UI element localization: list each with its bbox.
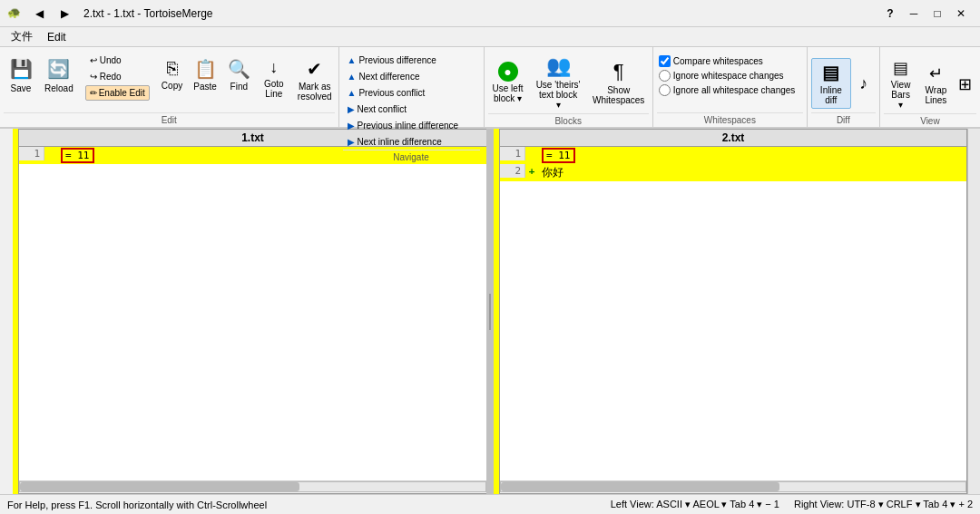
- next-diff-label: Next difference: [358, 72, 419, 82]
- next-inline-arrow: ▶: [348, 137, 355, 147]
- left-scrollbar-track[interactable]: [19, 481, 486, 492]
- wrap-lines-button[interactable]: ↵ WrapLines: [919, 60, 952, 109]
- right-vscrollbar[interactable]: [967, 129, 980, 494]
- prev-diff-button[interactable]: ▲ Previous difference: [343, 53, 464, 68]
- mark-resolved-button[interactable]: ✔ Mark asresolved: [293, 54, 337, 105]
- ignore-ws-changes-option[interactable]: Ignore whitespace changes: [657, 69, 798, 82]
- left-line-num-1: 1: [19, 147, 44, 160]
- status-bar: For Help, press F1. Scroll horizontally …: [0, 494, 980, 514]
- copy-button[interactable]: ⎘ Copy: [157, 54, 187, 94]
- reload-icon: 🔄: [46, 56, 72, 82]
- use-theirs-label: Use 'theirs'text block ▾: [536, 80, 581, 110]
- redo-button[interactable]: ↪ Redo: [85, 69, 150, 84]
- ribbon-group-view: ▤ ViewBars ▾ ↵ WrapLines ⊞ View: [880, 47, 980, 127]
- next-diff-button[interactable]: ▲ Next difference: [343, 69, 464, 84]
- blocks-group-label: Blocks: [488, 113, 649, 128]
- enable-edit-button[interactable]: ✏ Enable Edit: [85, 85, 150, 101]
- blocks-group-content: ● Use leftblock ▾ 👥 Use 'theirs'text blo…: [488, 51, 649, 113]
- right-line-indicator-1: = 11: [542, 148, 575, 163]
- wrap-lines-icon: ↵: [929, 63, 943, 83]
- copy-label: Copy: [162, 81, 182, 91]
- next-conflict-label: Next conflict: [358, 104, 407, 114]
- right-hscroll[interactable]: [500, 480, 966, 493]
- next-conflict-button[interactable]: ▶ Next conflict: [343, 102, 464, 117]
- copy-icon: ⎘: [167, 58, 178, 79]
- find-button[interactable]: 🔍 Find: [223, 54, 255, 95]
- undo-button[interactable]: ↩ Undo: [85, 53, 150, 68]
- view-extra-button[interactable]: ⊞: [954, 71, 976, 98]
- ignore-all-ws-option[interactable]: Ignore all whitespace changes: [657, 83, 798, 97]
- prev-conflict-button[interactable]: ▲ Previous conflict: [343, 85, 464, 101]
- undo-redo-col: ↩ Undo ↪ Redo ✏ Enable Edit: [85, 51, 150, 101]
- reload-label: Reload: [44, 83, 74, 93]
- compare-ws-option[interactable]: Compare whitespaces: [657, 54, 798, 68]
- show-whitespaces-button[interactable]: ¶ ShowWhitespaces: [589, 56, 649, 109]
- menu-file[interactable]: 文件: [4, 27, 40, 46]
- ribbon-group-blocks: ● Use leftblock ▾ 👥 Use 'theirs'text blo…: [485, 47, 653, 127]
- paste-button[interactable]: 📋 Paste: [189, 54, 221, 95]
- paste-col: 📋 Paste: [189, 53, 221, 95]
- diff-extra-button[interactable]: ♪: [853, 71, 875, 97]
- inline-diff-label: Inlinediff: [820, 85, 842, 105]
- undo-icon: ↩: [90, 55, 97, 65]
- navigate-col: ▲ Previous difference ▲ Next difference …: [343, 51, 464, 150]
- pane-divider[interactable]: [486, 129, 494, 494]
- whitespaces-group-content: Compare whitespaces Ignore whitespace ch…: [657, 51, 803, 112]
- minimize-btn[interactable]: ─: [902, 4, 926, 24]
- right-line-marker-1: [525, 147, 538, 149]
- divider-handle: [489, 294, 491, 330]
- left-line-marker-1: [44, 147, 57, 149]
- ribbon-group-whitespaces: Compare whitespaces Ignore whitespace ch…: [653, 47, 808, 127]
- use-theirs-button[interactable]: 👥 Use 'theirs'text block ▾: [532, 51, 585, 113]
- right-scrollbar-track[interactable]: [500, 481, 966, 492]
- prev-inline-arrow: ▶: [348, 121, 355, 131]
- left-pane-content[interactable]: 1 = 11: [19, 147, 486, 480]
- right-line-2: 2 + 你好: [500, 164, 966, 181]
- save-button[interactable]: 💾 Save: [4, 53, 38, 97]
- maximize-btn[interactable]: □: [926, 4, 949, 24]
- redo-icon: ↪: [90, 72, 97, 82]
- inline-diff-button[interactable]: ▤ Inlinediff: [811, 58, 851, 109]
- view-bars-button[interactable]: ▤ ViewBars ▾: [884, 54, 918, 113]
- reload-button[interactable]: 🔄 Reload: [40, 53, 78, 97]
- find-icon: 🔍: [228, 58, 250, 80]
- paste-icon: 📋: [194, 58, 217, 80]
- ignore-all-ws-radio[interactable]: [659, 84, 671, 96]
- undo-label: Undo: [100, 55, 122, 65]
- view-group-content: ▤ ViewBars ▾ ↵ WrapLines ⊞: [884, 51, 976, 113]
- left-view-status: Left View: ASCII ▾ AEOL ▾ Tab 4 ▾ − 1: [611, 499, 779, 510]
- ignore-ws-changes-radio[interactable]: [659, 70, 671, 82]
- inline-diff-icon: ▤: [822, 62, 839, 83]
- scroll-left-btn[interactable]: ◀: [27, 4, 51, 24]
- right-pane-content[interactable]: 1 = 11 2 + 你好: [500, 147, 966, 480]
- right-line-num-1: 1: [500, 147, 525, 160]
- ribbon-group-edit: 💾 Save 🔄 Reload ↩ Undo ↪ Redo: [0, 47, 339, 127]
- find-col: 🔍 Find: [223, 53, 255, 95]
- menu-edit[interactable]: Edit: [40, 29, 74, 45]
- window-title: 2.txt - 1.txt - TortoiseMerge: [83, 7, 878, 20]
- left-line-indicator-1: = 11: [61, 148, 94, 163]
- compare-ws-checkbox[interactable]: [659, 55, 671, 67]
- right-scrollbar-thumb[interactable]: [501, 482, 779, 491]
- help-btn[interactable]: ?: [878, 4, 902, 24]
- goto-label: GotoLine: [264, 79, 284, 99]
- left-sidebar: [0, 129, 13, 494]
- goto-line-button[interactable]: ↓ GotoLine: [257, 54, 291, 102]
- right-view-status: Right View: UTF-8 ▾ CRLF ▾ Tab 4 ▾ + 2: [794, 499, 973, 510]
- diff-group-label: Diff: [811, 112, 876, 127]
- scroll-right-btn[interactable]: ▶: [53, 4, 76, 24]
- left-pane-wrapper: 1.txt 1 = 11: [18, 129, 486, 494]
- close-btn[interactable]: ✕: [949, 4, 973, 24]
- use-left-block-button[interactable]: ● Use leftblock ▾: [488, 58, 528, 107]
- enable-edit-label: Enable Edit: [99, 88, 145, 98]
- ignore-ws-changes-label: Ignore whitespace changes: [673, 71, 784, 81]
- show-ws-icon: ¶: [613, 60, 624, 83]
- prev-inline-button[interactable]: ▶ Previous inline difference: [343, 118, 464, 133]
- next-inline-button[interactable]: ▶ Next inline difference: [343, 134, 464, 150]
- find-label: Find: [230, 82, 248, 92]
- left-scrollbar-thumb[interactable]: [20, 482, 299, 491]
- ribbon-group-diff: ▤ Inlinediff ♪ Diff: [808, 47, 880, 127]
- view-bars-icon: ▤: [893, 58, 908, 78]
- prev-conflict-label: Previous conflict: [358, 88, 425, 98]
- left-hscroll[interactable]: [19, 480, 486, 493]
